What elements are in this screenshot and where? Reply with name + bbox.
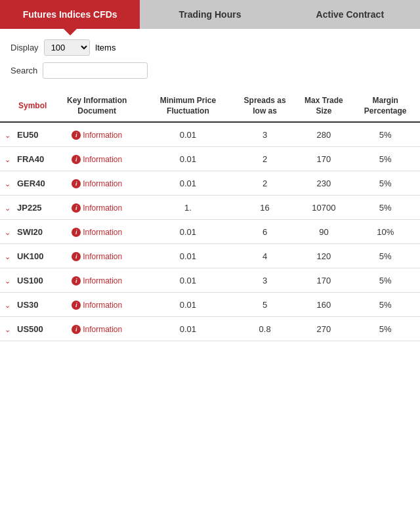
expand-chevron-cell[interactable]: ⌄ <box>0 268 14 293</box>
symbol-cell: EU50 <box>14 122 51 147</box>
min-price-cell: 0.01 <box>143 317 233 341</box>
spreads-cell: 5 <box>233 293 297 317</box>
min-price-cell: 0.01 <box>143 268 233 293</box>
key-info-cell[interactable]: i Information <box>51 293 143 317</box>
information-label: Information <box>83 276 122 285</box>
expand-chevron-cell[interactable]: ⌄ <box>0 196 14 220</box>
margin-cell: 5% <box>350 293 420 317</box>
symbol-cell: FRA40 <box>14 147 51 171</box>
chevron-down-icon[interactable]: ⌄ <box>5 326 10 333</box>
min-price-cell: 0.01 <box>143 171 233 196</box>
display-select[interactable]: 10 25 50 100 <box>44 39 90 56</box>
spreads-cell: 16 <box>233 196 297 220</box>
information-label: Information <box>83 203 122 213</box>
margin-cell: 5% <box>350 196 420 220</box>
min-price-cell: 0.01 <box>143 122 233 147</box>
information-label: Information <box>83 252 122 261</box>
expand-chevron-cell[interactable]: ⌄ <box>0 244 14 268</box>
info-icon: i <box>72 325 81 334</box>
expand-chevron-cell[interactable]: ⌄ <box>0 171 14 196</box>
info-icon: i <box>72 155 81 164</box>
table-row: ⌄ US500 i Information 0.01 0.8 270 5% <box>0 317 420 341</box>
max-trade-cell: 120 <box>297 244 350 268</box>
tab-futures-indices-cfds[interactable]: Futures Indices CFDs <box>0 0 140 29</box>
margin-cell: 10% <box>350 220 420 244</box>
tab-trading-hours[interactable]: Trading Hours <box>140 0 280 29</box>
spreads-cell: 2 <box>233 171 297 196</box>
information-label: Information <box>83 131 122 140</box>
spreads-cell: 2 <box>233 147 297 171</box>
information-link[interactable]: i Information <box>72 301 122 310</box>
spreads-cell: 3 <box>233 268 297 293</box>
table-row: ⌄ US30 i Information 0.01 5 160 5% <box>0 293 420 317</box>
info-icon: i <box>72 203 81 213</box>
information-link[interactable]: i Information <box>72 252 122 261</box>
information-label: Information <box>83 228 122 237</box>
expand-chevron-cell[interactable]: ⌄ <box>0 220 14 244</box>
spreads-cell: 4 <box>233 244 297 268</box>
max-trade-cell: 90 <box>297 220 350 244</box>
items-label: Items <box>95 43 116 52</box>
key-info-cell[interactable]: i Information <box>51 268 143 293</box>
margin-cell: 5% <box>350 147 420 171</box>
information-link[interactable]: i Information <box>72 179 122 188</box>
symbol-cell: UK100 <box>14 244 51 268</box>
key-info-cell[interactable]: i Information <box>51 122 143 147</box>
header-expand <box>0 91 14 122</box>
key-info-cell[interactable]: i Information <box>51 196 143 220</box>
expand-chevron-cell[interactable]: ⌄ <box>0 317 14 341</box>
information-link[interactable]: i Information <box>72 155 122 164</box>
chevron-down-icon[interactable]: ⌄ <box>5 131 10 139</box>
expand-chevron-cell[interactable]: ⌄ <box>0 122 14 147</box>
information-link[interactable]: i Information <box>72 228 122 237</box>
key-info-cell[interactable]: i Information <box>51 317 143 341</box>
max-trade-cell: 230 <box>297 171 350 196</box>
chevron-down-icon[interactable]: ⌄ <box>5 204 10 212</box>
table-row: ⌄ EU50 i Information 0.01 3 280 5% <box>0 122 420 147</box>
max-trade-cell: 170 <box>297 147 350 171</box>
information-link[interactable]: i Information <box>72 276 122 285</box>
info-icon: i <box>72 131 81 140</box>
margin-cell: 5% <box>350 122 420 147</box>
information-label: Information <box>83 325 122 334</box>
chevron-down-icon[interactable]: ⌄ <box>5 277 10 285</box>
search-input[interactable] <box>43 62 148 79</box>
chevron-down-icon[interactable]: ⌄ <box>5 253 10 261</box>
spreads-cell: 3 <box>233 122 297 147</box>
table-header-row: Symbol Key Information Document Minimum … <box>0 91 420 122</box>
chevron-down-icon[interactable]: ⌄ <box>5 156 10 163</box>
table-row: ⌄ FRA40 i Information 0.01 2 170 5% <box>0 147 420 171</box>
display-row: Display 10 25 50 100 Items <box>10 39 410 56</box>
info-icon: i <box>72 276 81 285</box>
information-label: Information <box>83 301 122 310</box>
chevron-down-icon[interactable]: ⌄ <box>5 228 10 236</box>
symbol-cell: US100 <box>14 268 51 293</box>
table-row: ⌄ UK100 i Information 0.01 4 120 5% <box>0 244 420 268</box>
header-margin: Margin Percentage <box>350 91 420 122</box>
tab-active-contract[interactable]: Active Contract <box>280 0 420 29</box>
key-info-cell[interactable]: i Information <box>51 220 143 244</box>
table-row: ⌄ SWI20 i Information 0.01 6 90 10% <box>0 220 420 244</box>
key-info-cell[interactable]: i Information <box>51 171 143 196</box>
controls-area: Display 10 25 50 100 Items Search <box>0 29 420 84</box>
margin-cell: 5% <box>350 171 420 196</box>
chevron-down-icon[interactable]: ⌄ <box>5 180 10 188</box>
symbol-cell: GER40 <box>14 171 51 196</box>
instruments-table: Symbol Key Information Document Minimum … <box>0 91 420 341</box>
min-price-cell: 0.01 <box>143 244 233 268</box>
max-trade-cell: 280 <box>297 122 350 147</box>
information-link[interactable]: i Information <box>72 203 122 213</box>
chevron-down-icon[interactable]: ⌄ <box>5 301 10 309</box>
key-info-cell[interactable]: i Information <box>51 147 143 171</box>
max-trade-cell: 10700 <box>297 196 350 220</box>
information-label: Information <box>83 179 122 188</box>
information-link[interactable]: i Information <box>72 325 122 334</box>
min-price-cell: 0.01 <box>143 293 233 317</box>
expand-chevron-cell[interactable]: ⌄ <box>0 147 14 171</box>
margin-cell: 5% <box>350 244 420 268</box>
information-link[interactable]: i Information <box>72 131 122 140</box>
key-info-cell[interactable]: i Information <box>51 244 143 268</box>
symbol-cell: JP225 <box>14 196 51 220</box>
symbol-cell: SWI20 <box>14 220 51 244</box>
expand-chevron-cell[interactable]: ⌄ <box>0 293 14 317</box>
